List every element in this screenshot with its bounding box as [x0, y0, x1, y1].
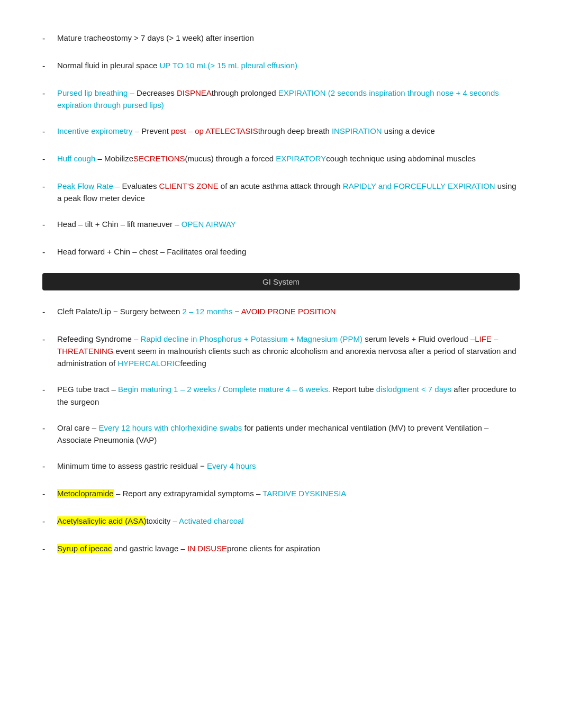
item-content: Head forward + Chin – chest – Facilitate… [57, 245, 520, 258]
dash: - [42, 333, 57, 347]
item-content: Acetylsalicylic acid (ASA)toxicity – Act… [57, 515, 520, 527]
dash: - [42, 218, 57, 232]
dash: - [42, 180, 57, 194]
item-content: Normal fluid in pleural space UP TO 10 m… [57, 59, 520, 71]
list-item-head-tilt: -Head – tilt + Chin – lift maneuver – OP… [42, 218, 520, 232]
item-content: Peak Flow Rate – Evaluates CLIENT'S ZONE… [57, 180, 520, 205]
dash: - [42, 383, 57, 397]
item-content: Metoclopramide – Report any extrapyramid… [57, 487, 520, 499]
dash: - [42, 125, 57, 139]
item-content: Oral care – Every 12 hours with chlorhex… [57, 422, 520, 447]
item-content: Mature tracheostomy > 7 days (> 1 week) … [57, 32, 520, 44]
list-item-pleural: -Normal fluid in pleural space UP TO 10 … [42, 59, 520, 73]
list-item-peak-flow: -Peak Flow Rate – Evaluates CLIENT'S ZON… [42, 180, 520, 205]
list-item-incentive: -Incentive expirometry – Prevent post – … [42, 125, 520, 139]
dash: - [42, 59, 57, 73]
list-item-asa: -Acetylsalicylic acid (ASA)toxicity – Ac… [42, 515, 520, 529]
dash: - [42, 87, 57, 101]
item-content: Incentive expirometry – Prevent post – o… [57, 125, 520, 137]
main-bullet-list: -Mature tracheostomy > 7 days (> 1 week)… [42, 32, 520, 259]
gi-bullet-list: -Cleft Palate/Lip − Surgery between 2 – … [42, 305, 520, 556]
item-content: Cleft Palate/Lip − Surgery between 2 – 1… [57, 305, 520, 317]
dash: - [42, 542, 57, 556]
list-item-pursed-lip: -Pursed lip breathing – Decreases DISPNE… [42, 87, 520, 112]
list-item-refeeding: -Refeeding Syndrome – Rapid decline in P… [42, 333, 520, 370]
item-content: PEG tube tract – Begin maturing 1 – 2 we… [57, 383, 520, 408]
list-item-metoclopramide: -Metoclopramide – Report any extrapyrami… [42, 487, 520, 501]
dash: - [42, 487, 57, 501]
item-content: Minimum time to assess gastric residual … [57, 460, 520, 472]
list-item-gastric-residual: -Minimum time to assess gastric residual… [42, 460, 520, 474]
list-item-peg-tube: -PEG tube tract – Begin maturing 1 – 2 w… [42, 383, 520, 408]
item-content: Syrup of ipecac and gastric lavage – IN … [57, 542, 520, 554]
dash: - [42, 152, 57, 166]
item-content: Pursed lip breathing – Decreases DISPNEA… [57, 87, 520, 112]
item-content: Head – tilt + Chin – lift maneuver – OPE… [57, 218, 520, 230]
dash: - [42, 460, 57, 474]
list-item-oral-care: -Oral care – Every 12 hours with chlorhe… [42, 422, 520, 447]
dash: - [42, 515, 57, 529]
dash: - [42, 245, 57, 259]
list-item-tracheostomy: -Mature tracheostomy > 7 days (> 1 week)… [42, 32, 520, 46]
list-item-huff-cough: -Huff cough – MobilizeSECRETIONS(mucus) … [42, 152, 520, 166]
gi-section-header: GI System [42, 273, 520, 290]
list-item-cleft-palate: -Cleft Palate/Lip − Surgery between 2 – … [42, 305, 520, 319]
list-item-syrup-ipecac: -Syrup of ipecac and gastric lavage – IN… [42, 542, 520, 556]
item-content: Refeeding Syndrome – Rapid decline in Ph… [57, 333, 520, 370]
list-item-head-forward: -Head forward + Chin – chest – Facilitat… [42, 245, 520, 259]
dash: - [42, 32, 57, 46]
dash: - [42, 422, 57, 435]
dash: - [42, 305, 57, 319]
item-content: Huff cough – MobilizeSECRETIONS(mucus) t… [57, 152, 520, 165]
